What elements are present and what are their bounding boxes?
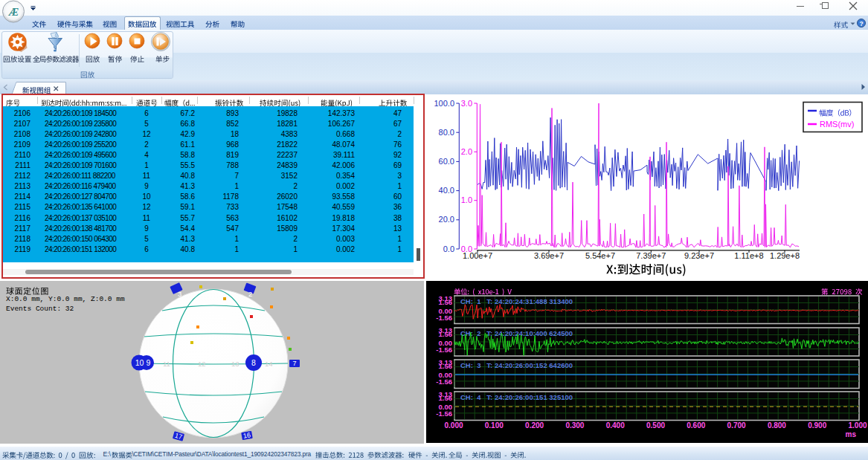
svg-text:0.900: 0.900	[808, 421, 826, 430]
svg-text:3.0: 3.0	[461, 99, 472, 108]
svg-text:80.0: 80.0	[439, 128, 454, 137]
svg-text:-1.56: -1.56	[436, 314, 452, 322]
svg-text:0.400: 0.400	[606, 421, 625, 430]
svg-text:-1.56: -1.56	[436, 409, 452, 418]
svg-text:14: 14	[265, 360, 273, 368]
svg-text:7: 7	[292, 360, 296, 367]
svg-text:CH: 3 T: 24:20:26:00:152 64: CH: 3 T: 24:20:26:00:152 642600	[460, 361, 573, 369]
svg-text:12: 12	[198, 360, 206, 368]
svg-text:-1.56: -1.56	[436, 346, 452, 354]
svg-text:8: 8	[251, 358, 256, 367]
svg-text:CH: 1 T: 24:20:24:31:488 31: CH: 1 T: 24:20:24:31:488 313400	[460, 297, 573, 305]
svg-text:1.56: 1.56	[439, 298, 453, 306]
svg-text:3: 3	[178, 290, 181, 298]
svg-text:0.100: 0.100	[485, 421, 504, 430]
svg-text:Æ: Æ	[7, 7, 19, 18]
svg-text:10 9: 10 9	[135, 358, 151, 367]
svg-text:?: ?	[859, 20, 863, 27]
svg-text:1.0: 1.0	[461, 195, 472, 204]
svg-text:16: 16	[242, 431, 251, 440]
svg-text:13: 13	[231, 360, 239, 368]
svg-text:0.500: 0.500	[646, 421, 665, 430]
svg-text:CH: 4 T: 24:20:26:00:151 32: CH: 4 T: 24:20:26:00:151 325100	[460, 393, 573, 401]
svg-text:1.000: 1.000	[848, 421, 867, 430]
svg-text:1.56: 1.56	[439, 330, 453, 338]
svg-text:0.800: 0.800	[768, 421, 786, 430]
svg-text:ms: ms	[846, 430, 857, 438]
svg-text:2: 2	[248, 290, 252, 298]
svg-text:0.000: 0.000	[444, 421, 463, 430]
svg-text:RMS(mv): RMS(mv)	[820, 120, 854, 129]
svg-text:0.300: 0.300	[565, 421, 584, 430]
svg-text:1.56: 1.56	[439, 362, 453, 370]
svg-text:100.0: 100.0	[434, 99, 454, 108]
svg-text:60.0: 60.0	[439, 157, 454, 166]
svg-text:11: 11	[163, 360, 170, 368]
svg-text:20.0: 20.0	[439, 215, 454, 224]
svg-text:-1.56: -1.56	[436, 378, 452, 386]
svg-text:0.600: 0.600	[687, 421, 705, 430]
svg-text:0.200: 0.200	[525, 421, 544, 430]
svg-text:40.0: 40.0	[439, 186, 454, 195]
svg-text:1.56: 1.56	[439, 394, 453, 402]
svg-text:0.700: 0.700	[727, 421, 746, 430]
svg-text:CH: 2 T: 24:20:24:10:400 62: CH: 2 T: 24:20:24:10:400 624500	[460, 329, 573, 337]
svg-text:2.0: 2.0	[461, 147, 472, 156]
svg-text:0.0: 0.0	[443, 244, 454, 253]
